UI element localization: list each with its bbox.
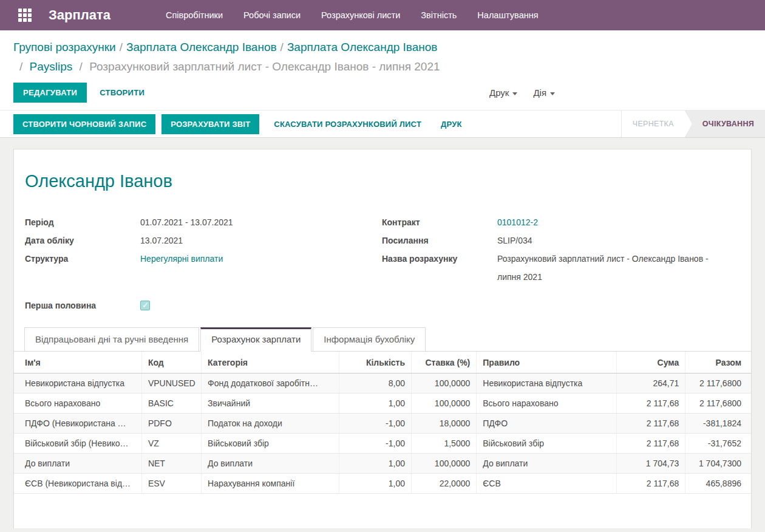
- column-header-7[interactable]: Сума: [616, 352, 685, 373]
- table-cell: PDFO: [141, 414, 201, 434]
- table-row[interactable]: Військовий збір (Невико…VZВійськовий збі…: [14, 434, 751, 454]
- table-cell: ЄСВ: [477, 474, 617, 494]
- field-row: СтруктураНерегулярні виплати: [25, 250, 382, 268]
- table-cell: Військовий збір (Невико…: [14, 434, 141, 454]
- table-cell: BASIC: [141, 394, 201, 414]
- status-state-active[interactable]: ОЧІКУВАННЯ: [685, 111, 765, 137]
- status-steps: ЧЕРНЕТКАОЧІКУВАННЯ: [621, 111, 765, 137]
- breadcrumb-separator: /: [19, 60, 22, 73]
- column-header-6[interactable]: Правило: [477, 352, 617, 373]
- record-title: Олександр Іванов: [14, 171, 751, 191]
- field-value-left-1: 01.07.2021 - 13.07.2021: [140, 213, 233, 231]
- statusbar: СТВОРИТИ ЧОРНОВИЙ ЗАПИСРОЗРАХУВАТИ ЗВІТС…: [0, 110, 765, 138]
- breadcrumb-link-payslips[interactable]: Payslips: [30, 60, 73, 73]
- table-cell: Військовий збір: [477, 434, 617, 454]
- breadcrumb-link-1[interactable]: Групові розрахунки: [13, 41, 116, 53]
- tab-1[interactable]: Відпрацьовані дні та ручні введення: [24, 327, 199, 352]
- table-cell: 1,00: [339, 474, 411, 494]
- table-cell: ESV: [141, 474, 201, 494]
- status-state-muted[interactable]: ЧЕРНЕТКА: [622, 111, 685, 137]
- topnav-item-1[interactable]: Співробітники: [158, 5, 231, 25]
- field-value-right-2: SLIP/034: [497, 231, 532, 250]
- field-label-right-3: Назва розрахунку: [382, 250, 497, 286]
- statusbar-link-button-1[interactable]: СКАСУВАТИ РОЗРАХУНКОВИЙ ЛИСТ: [265, 115, 430, 134]
- field-row: ПосиланняSLIP/034: [382, 231, 739, 250]
- topnav-item-3[interactable]: Розрахункові листи: [313, 5, 408, 25]
- table-cell: Нарахування компанії: [202, 474, 339, 494]
- field-label-right-1: Контракт: [382, 213, 497, 231]
- table-cell: 1 704,7300: [685, 454, 751, 474]
- table-cell: Фонд додаткової заробітн…: [202, 373, 339, 394]
- breadcrumb-link-3[interactable]: Зарплата Олександр Іванов: [287, 41, 438, 53]
- field-row: Період01.07.2021 - 13.07.2021: [25, 213, 382, 231]
- table-cell: Податок на доходи: [202, 414, 339, 434]
- table-row[interactable]: Невикористана відпусткаVPUNUSEDФонд дода…: [14, 373, 751, 394]
- table-cell: До виплати: [202, 454, 339, 474]
- statusbar-link-button-2[interactable]: ДРУК: [432, 115, 471, 134]
- table-cell: До виплати: [14, 454, 141, 474]
- table-row[interactable]: ПДФО (Невикористана …PDFOПодаток на дохо…: [14, 414, 751, 434]
- breadcrumb-link-2[interactable]: Зарплата Олександр Іванов: [126, 41, 277, 53]
- app-title: Зарплата: [49, 7, 110, 23]
- field-value-left-3[interactable]: Нерегулярні виплати: [140, 250, 223, 268]
- table-cell: 264,71: [616, 373, 685, 394]
- column-header-2[interactable]: Код: [141, 352, 201, 373]
- first-half-checkbox[interactable]: [140, 301, 150, 310]
- tab-2[interactable]: Розрахунок зарплати: [200, 327, 311, 352]
- print-dropdown[interactable]: Друк: [486, 85, 521, 100]
- table-cell: 1,00: [339, 394, 411, 414]
- table-cell: VZ: [141, 434, 201, 454]
- table-cell: 100,0000: [412, 394, 477, 414]
- action-dropdown[interactable]: Дія: [529, 85, 559, 100]
- table-cell: Звичайний: [202, 394, 339, 414]
- chevron-down-icon: [550, 92, 555, 95]
- field-label-left-1: Період: [25, 213, 140, 231]
- breadcrumb-separator: /: [120, 41, 123, 53]
- column-header-5[interactable]: Ставка (%): [412, 352, 477, 373]
- table-cell: 1,5000: [412, 434, 477, 454]
- table-cell: 465,8896: [685, 474, 751, 494]
- control-panel: Групові розрахунки/Зарплата Олександр Ів…: [0, 30, 765, 110]
- field-row: Контракт0101012-2: [382, 213, 739, 231]
- field-label-right-2: Посилання: [382, 231, 497, 250]
- column-header-8[interactable]: Разом: [685, 352, 751, 373]
- topnav-item-2[interactable]: Робочі записи: [236, 5, 308, 25]
- table-cell: 18,0000: [412, 414, 477, 434]
- column-header-1[interactable]: Ім'я: [14, 352, 141, 373]
- edit-button[interactable]: РЕДАГУВАТИ: [13, 83, 87, 103]
- field-value-left-2: 13.07.2021: [140, 231, 183, 250]
- statusbar-action-button-1[interactable]: СТВОРИТИ ЧОРНОВИЙ ЗАПИС: [13, 114, 155, 134]
- breadcrumb-separator: /: [280, 41, 284, 53]
- table-cell: 2 117,6800: [685, 373, 751, 394]
- salary-computation-table: Ім'яКодКатегоріяКількістьСтавка (%)Прави…: [14, 352, 751, 494]
- table-cell: -381,1824: [685, 414, 751, 434]
- table-row[interactable]: Всього нарахованоBASICЗвичайний1,00100,0…: [14, 394, 751, 414]
- column-header-4[interactable]: Кількість: [339, 352, 411, 373]
- table-cell: -1,00: [339, 414, 411, 434]
- table-cell: Військовий збір: [202, 434, 339, 454]
- topnav-item-4[interactable]: Звітність: [413, 5, 464, 25]
- table-cell: 2 117,68: [616, 434, 685, 454]
- table-cell: 8,00: [339, 373, 411, 394]
- field-value-right-1[interactable]: 0101012-2: [497, 213, 538, 231]
- apps-grid-icon[interactable]: [18, 9, 32, 22]
- table-cell: До виплати: [477, 454, 617, 474]
- record-sheet: Олександр Іванов Період01.07.2021 - 13.0…: [13, 149, 752, 528]
- tab-3[interactable]: Інформація бухобліку: [313, 327, 426, 352]
- table-cell: 100,0000: [412, 454, 477, 474]
- topnav-item-5[interactable]: Налаштування: [469, 5, 546, 25]
- table-cell: 2 117,68: [616, 394, 685, 414]
- table-cell: Невикористана відпустка: [477, 373, 617, 394]
- field-value-right-3: Розрахунковий зарплатний лист - Олександ…: [497, 250, 719, 286]
- column-header-3[interactable]: Категорія: [202, 352, 339, 373]
- breadcrumb-separator: /: [80, 60, 83, 73]
- field-row: Назва розрахункуРозрахунковий зарплатний…: [382, 250, 739, 286]
- table-row[interactable]: До виплатиNETДо виплати1,00100,0000До ви…: [14, 454, 751, 474]
- table-cell: ПДФО (Невикористана …: [14, 414, 141, 434]
- table-cell: 2 117,68: [616, 474, 685, 494]
- first-half-label: Перша половина: [25, 301, 140, 310]
- statusbar-action-button-2[interactable]: РОЗРАХУВАТИ ЗВІТ: [162, 114, 259, 134]
- table-row[interactable]: ЄСВ (Невикористана від…ESVНарахування ко…: [14, 474, 751, 494]
- create-button[interactable]: СТВОРИТИ: [90, 83, 154, 102]
- table-cell: NET: [141, 454, 201, 474]
